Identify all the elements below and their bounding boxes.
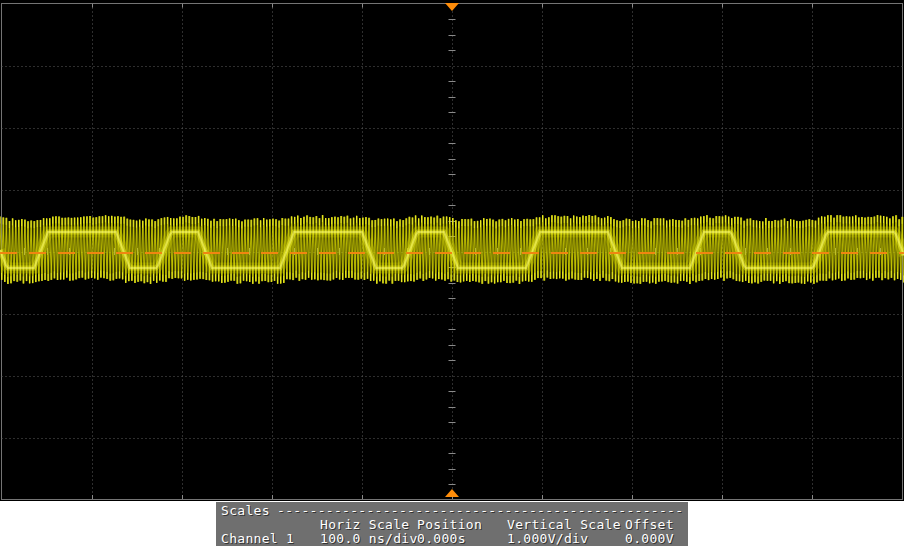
header-offset: Offset xyxy=(625,518,674,531)
channel1-offset: 0.000V xyxy=(625,532,674,545)
channel1-horiz-scale: 100.0 ns/div xyxy=(320,532,418,545)
scope-graticule-canvas xyxy=(0,0,904,501)
trigger-level-line[interactable] xyxy=(0,252,904,254)
scales-panel: Scales ---------------------------------… xyxy=(216,502,688,546)
trigger-time-marker-bottom-icon[interactable] xyxy=(445,489,459,497)
trigger-time-marker-top-icon[interactable] xyxy=(445,3,459,11)
scales-panel-divider: ----------------------------------------… xyxy=(277,504,683,517)
channel1-position: 0.000s xyxy=(417,532,466,545)
scope-display xyxy=(0,0,904,501)
header-horiz-scale: Horiz Scale xyxy=(320,518,409,531)
header-position: Position xyxy=(417,518,482,531)
header-vertical-scale: Vertical Scale xyxy=(507,518,621,531)
channel1-vertical-scale: 1.000V/div xyxy=(507,532,588,545)
channel1-label: Channel 1 xyxy=(221,532,294,545)
scales-panel-title: Scales xyxy=(221,504,270,517)
